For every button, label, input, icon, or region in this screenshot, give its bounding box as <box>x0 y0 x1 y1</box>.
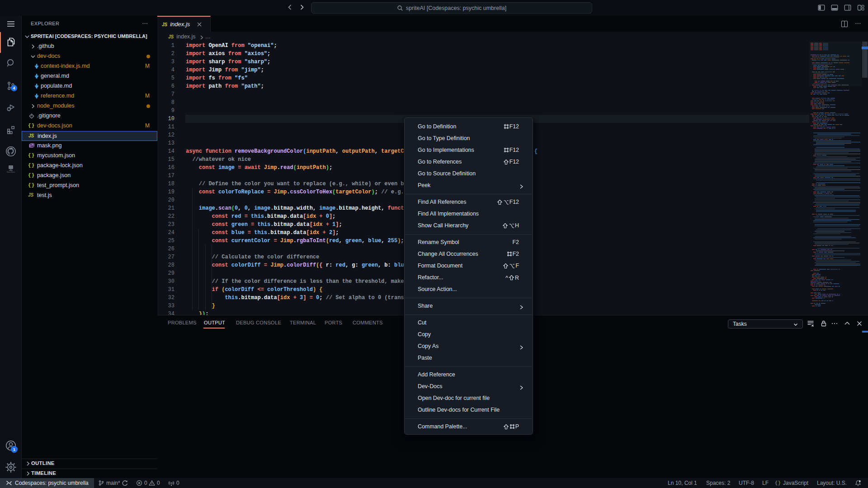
svg-text:Dev-Docs: Dev-Docs <box>7 171 15 173</box>
